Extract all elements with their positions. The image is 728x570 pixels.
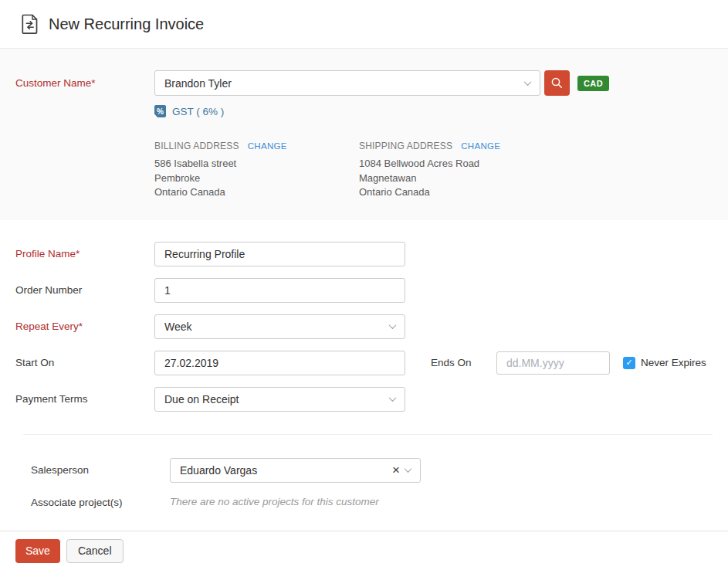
start-on-row: Start On Ends On ✓ Never Expires: [15, 351, 713, 375]
search-icon: [550, 76, 564, 90]
billing-address-heading: BILLING ADDRESS: [154, 141, 239, 151]
recurring-profile-form: Profile Name* Order Number Repeat Every*…: [0, 220, 728, 508]
never-expires-checkbox[interactable]: ✓: [623, 357, 635, 369]
clear-salesperson-icon[interactable]: ×: [392, 463, 400, 477]
customer-name-value: Brandon Tyler: [164, 77, 232, 90]
salesperson-section: Salesperson Eduardo Vargas × Associate p…: [15, 435, 713, 508]
salesperson-value: Eduardo Vargas: [180, 464, 257, 477]
repeat-every-value: Week: [164, 321, 192, 333]
never-expires-label: Never Expires: [641, 357, 706, 368]
shipping-address-lines: 1084 Bellwood Acres Road Magnetawan Onta…: [359, 157, 564, 200]
tax-row: % GST ( 6% ): [154, 105, 713, 117]
page-header: New Recurring Invoice: [0, 0, 728, 49]
billing-address-line: 586 Isabella street: [154, 157, 359, 171]
action-footer: Save Cancel: [0, 531, 728, 570]
billing-address: BILLING ADDRESS CHANGE 586 Isabella stre…: [154, 141, 359, 200]
shipping-address-heading: SHIPPING ADDRESS: [359, 141, 452, 151]
shipping-address-change-link[interactable]: CHANGE: [461, 141, 500, 151]
shipping-address-line: 1084 Bellwood Acres Road: [359, 157, 564, 171]
ends-on-input[interactable]: [496, 351, 610, 375]
start-on-label: Start On: [15, 357, 154, 368]
chevron-down-icon: [389, 321, 397, 329]
repeat-every-select[interactable]: Week: [154, 314, 405, 339]
salesperson-row: Salesperson Eduardo Vargas ×: [31, 458, 697, 483]
no-projects-message: There are no active projects for this cu…: [170, 496, 379, 507]
associate-projects-label: Associate project(s): [31, 496, 170, 508]
chevron-down-icon: [389, 394, 397, 402]
page-title: New Recurring Invoice: [49, 15, 204, 33]
currency-badge: CAD: [577, 76, 609, 91]
shipping-address-line: Magnetawan: [359, 171, 564, 186]
associate-projects-row: Associate project(s) There are no active…: [31, 496, 697, 508]
chevron-down-icon: [405, 465, 412, 473]
save-button[interactable]: Save: [15, 539, 60, 563]
order-number-label: Order Number: [15, 284, 154, 296]
customer-name-select[interactable]: Brandon Tyler: [154, 70, 540, 96]
profile-name-row: Profile Name*: [15, 242, 713, 266]
new-recurring-invoice-page: New Recurring Invoice Customer Name* Bra…: [0, 0, 728, 508]
billing-address-line: Ontario Canada: [154, 185, 359, 200]
billing-address-line: Pembroke: [154, 171, 359, 186]
shipping-address-line: Ontario Canada: [359, 185, 564, 200]
customer-name-row: Customer Name* Brandon Tyler CAD: [15, 70, 713, 96]
start-on-input[interactable]: [154, 351, 405, 375]
customer-name-label: Customer Name*: [15, 77, 154, 89]
ends-on-label: Ends On: [431, 357, 496, 368]
repeat-every-row: Repeat Every* Week: [15, 314, 713, 339]
payment-terms-label: Payment Terms: [15, 393, 154, 405]
cancel-button[interactable]: Cancel: [66, 539, 124, 563]
repeat-every-label: Repeat Every*: [15, 321, 154, 332]
chevron-down-icon: [524, 78, 532, 86]
gst-tax-link[interactable]: GST ( 6% ): [172, 106, 224, 117]
profile-name-input[interactable]: [154, 242, 405, 266]
profile-name-label: Profile Name*: [15, 248, 154, 260]
payment-terms-value: Due on Receipt: [164, 393, 239, 405]
customer-search-button[interactable]: [544, 70, 570, 96]
payment-terms-select[interactable]: Due on Receipt: [154, 387, 405, 412]
tax-percent-icon: %: [154, 105, 166, 117]
customer-section: Customer Name* Brandon Tyler CAD: [0, 49, 728, 220]
order-number-input[interactable]: [154, 278, 405, 303]
recurring-invoice-icon: [22, 14, 39, 35]
billing-address-change-link[interactable]: CHANGE: [248, 141, 287, 151]
addresses: BILLING ADDRESS CHANGE 586 Isabella stre…: [154, 141, 713, 200]
salesperson-select[interactable]: Eduardo Vargas ×: [170, 458, 421, 483]
payment-terms-row: Payment Terms Due on Receipt: [15, 387, 713, 412]
customer-name-controls: Brandon Tyler CAD: [154, 70, 609, 96]
order-number-row: Order Number: [15, 278, 713, 303]
billing-address-lines: 586 Isabella street Pembroke Ontario Can…: [154, 157, 359, 200]
shipping-address: SHIPPING ADDRESS CHANGE 1084 Bellwood Ac…: [359, 141, 564, 200]
salesperson-label: Salesperson: [31, 464, 170, 476]
